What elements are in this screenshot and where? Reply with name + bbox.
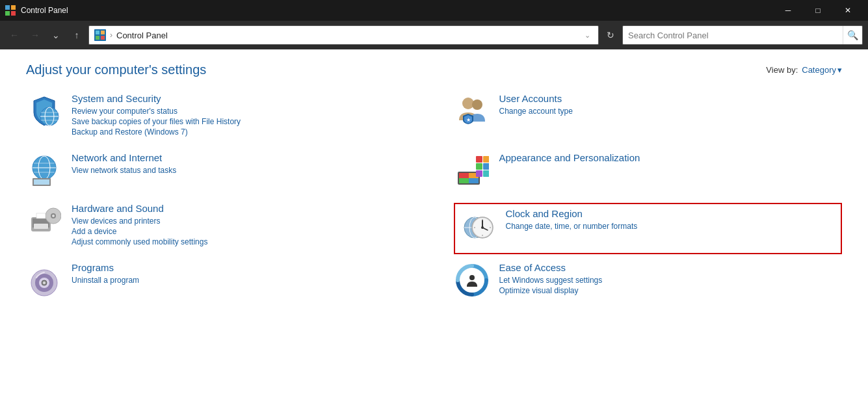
up-button[interactable]: ↑ [68,26,86,44]
system-security-content: System and Security Review your computer… [72,93,415,138]
viewby-dropdown[interactable]: Category ▾ [802,65,842,75]
user-accounts-icon: ★ [454,93,490,129]
svg-rect-0 [5,5,10,10]
categories-grid: System and Security Review your computer… [26,93,842,313]
hardware-sound-content: Hardware and Sound View devices and prin… [72,203,415,248]
category-ease-access: Ease of Access Let Windows suggest setti… [454,262,843,298]
titlebar-title: Control Panel [21,6,68,15]
system-security-link-3[interactable]: Backup and Restore (Windows 7) [72,127,415,137]
appearance-personalization-icon [454,152,490,189]
svg-rect-34 [476,170,482,177]
svg-rect-32 [476,163,482,170]
svg-rect-26 [459,173,469,178]
network-internet-title[interactable]: Network and Internet [72,152,415,163]
svg-rect-35 [483,170,489,177]
hardware-sound-link-3[interactable]: Adjust commonly used mobility settings [72,237,415,246]
user-accounts-link-1[interactable]: Change account type [499,107,843,116]
search-button[interactable]: 🔍 [843,25,862,45]
svg-rect-6 [101,31,105,34]
svg-rect-33 [483,163,489,170]
network-internet-link-1[interactable]: View network status and tasks [72,166,415,175]
svg-point-61 [469,275,475,280]
minimize-button[interactable]: ─ [773,0,803,21]
svg-text:★: ★ [466,117,470,123]
programs-content: Programs Uninstall a program [72,262,415,286]
titlebar-left: Control Panel [5,5,68,16]
refresh-button[interactable]: ↻ [601,26,620,44]
viewby-arrow: ▾ [837,65,842,75]
viewby-value-text: Category [802,65,836,75]
address-box[interactable]: › Control Panel ⌄ [88,25,599,45]
programs-icon [26,262,62,298]
clock-region-title[interactable]: Clock and Region [506,208,836,219]
ease-access-link-1[interactable]: Let Windows suggest settings [499,276,843,285]
svg-rect-8 [101,36,105,40]
hardware-sound-title[interactable]: Hardware and Sound [72,203,415,214]
content-area: Adjust your computer's settings View by:… [0,49,868,394]
hardware-sound-link-2[interactable]: Add a device [72,227,415,236]
dropdown-button[interactable]: ⌄ [47,26,65,44]
search-input[interactable] [623,31,843,40]
appearance-personalization-content: Appearance and Personalization [499,152,843,166]
user-accounts-title[interactable]: User Accounts [499,93,843,104]
ease-access-title[interactable]: Ease of Access [499,262,843,273]
svg-rect-7 [96,36,99,40]
address-icon [94,29,106,41]
svg-point-15 [472,99,482,110]
ease-access-link-2[interactable]: Optimize visual display [499,286,843,295]
svg-rect-29 [469,178,479,183]
content-header: Adjust your computer's settings View by:… [26,62,842,77]
titlebar: Control Panel ─ □ ✕ [0,0,868,21]
close-button[interactable]: ✕ [833,0,863,21]
page-title: Adjust your computer's settings [26,62,206,77]
ease-access-content: Ease of Access Let Windows suggest setti… [499,262,843,296]
forward-button[interactable]: → [26,26,44,44]
hardware-sound-icon [26,203,62,239]
breadcrumb-separator: › [110,31,112,40]
viewby-control: View by: Category ▾ [766,65,842,75]
svg-rect-5 [96,31,99,34]
svg-rect-2 [5,11,10,16]
category-system-security: System and Security Review your computer… [26,93,415,138]
hardware-sound-link-1[interactable]: View devices and printers [72,217,415,226]
system-security-link-1[interactable]: Review your computer's status [72,107,415,116]
programs-title[interactable]: Programs [72,262,415,273]
appearance-personalization-title[interactable]: Appearance and Personalization [499,152,843,163]
svg-rect-3 [11,11,16,16]
svg-rect-30 [476,156,482,163]
clock-region-content: Clock and Region Change date, time, or n… [506,208,836,232]
network-internet-content: Network and Internet View network status… [72,152,415,176]
clock-region-icon [460,208,497,244]
system-security-icon [26,93,62,129]
svg-point-50 [481,226,484,229]
app-icon [5,5,16,16]
svg-rect-23 [34,179,49,185]
category-appearance-personalization: Appearance and Personalization [454,152,843,189]
user-accounts-content: User Accounts Change account type [499,93,843,117]
system-security-title[interactable]: System and Security [72,93,415,104]
svg-point-41 [52,215,55,217]
breadcrumb-text: Control Panel [116,31,168,40]
addressbar: ← → ⌄ ↑ › Control Panel ⌄ ↻ 🔍 [0,21,868,49]
svg-point-59 [43,282,46,284]
maximize-button[interactable]: □ [803,0,833,21]
svg-rect-31 [483,156,489,163]
svg-rect-38 [34,224,48,229]
category-hardware-sound: Hardware and Sound View devices and prin… [26,203,415,248]
system-security-link-2[interactable]: Save backup copies of your files with Fi… [72,117,415,126]
svg-rect-28 [459,178,469,183]
viewby-label: View by: [766,65,798,75]
category-network-internet: Network and Internet View network status… [26,152,415,189]
programs-link-1[interactable]: Uninstall a program [72,276,415,285]
titlebar-controls: ─ □ ✕ [773,0,863,21]
network-internet-icon [26,152,62,189]
svg-rect-42 [36,213,46,218]
address-dropdown-btn[interactable]: ⌄ [582,30,593,41]
category-user-accounts: ★ User Accounts Change account type [454,93,843,138]
back-button[interactable]: ← [5,26,23,44]
category-programs: Programs Uninstall a program [26,262,415,298]
svg-rect-1 [11,5,16,10]
clock-region-link-1[interactable]: Change date, time, or number formats [506,222,836,231]
search-box[interactable]: 🔍 [622,25,863,45]
ease-access-icon [454,262,490,298]
